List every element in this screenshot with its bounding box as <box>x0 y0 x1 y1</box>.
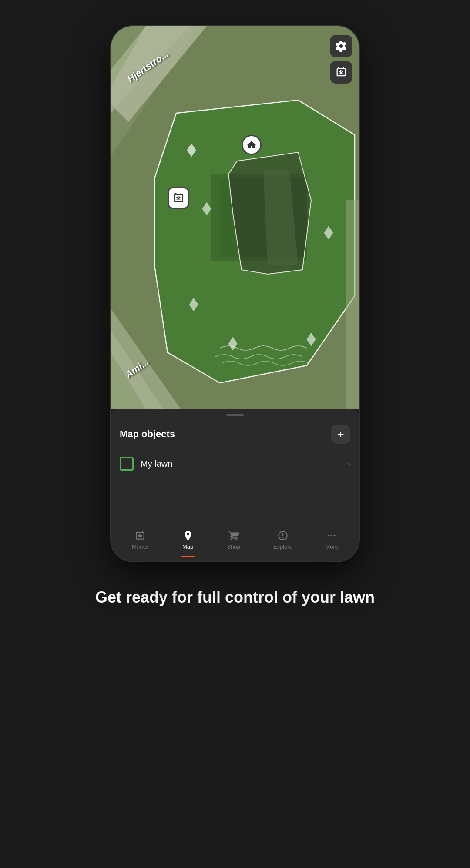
mower-nav-label: Mower <box>132 543 149 550</box>
caption-text: Get ready for full control of your lawn <box>60 587 410 608</box>
nav-explore[interactable]: Explore <box>266 526 299 553</box>
lawn-icon <box>120 457 134 471</box>
nav-map[interactable]: Map <box>175 526 201 553</box>
nav-mower[interactable]: Mower <box>125 526 156 553</box>
map-nav-label: Map <box>182 543 193 550</box>
shop-nav-icon <box>228 530 240 542</box>
sheet-handle <box>226 414 244 416</box>
settings-button[interactable] <box>330 35 352 57</box>
map-view[interactable]: Hjertstro... Ami... <box>111 26 359 409</box>
bottom-sheet: Map objects + My lawn › Mower <box>111 409 359 561</box>
gear-icon <box>335 40 347 52</box>
lawn-name: My lawn <box>141 459 347 469</box>
add-map-object-button[interactable]: + <box>331 425 350 444</box>
lawn-list-item[interactable]: My lawn › <box>111 451 359 477</box>
nav-shop[interactable]: Shop <box>220 526 247 553</box>
sheet-title: Map objects <box>120 429 175 440</box>
svg-marker-20 <box>346 200 359 409</box>
map-controls <box>330 35 352 84</box>
more-nav-label: More <box>325 543 338 550</box>
bottom-navigation: Mower Map Shop <box>111 518 359 561</box>
mower-nav-icon <box>134 530 146 542</box>
robot-icon <box>335 66 347 78</box>
explore-nav-icon <box>277 530 289 542</box>
nav-more[interactable]: More <box>318 526 345 553</box>
plus-icon: + <box>337 429 344 440</box>
explore-nav-label: Explore <box>273 543 292 550</box>
phone-frame: Hjertstro... Ami... <box>111 26 359 561</box>
svg-marker-10 <box>228 152 311 274</box>
map-nav-icon <box>182 530 194 542</box>
mower-map-icon <box>168 187 189 209</box>
home-map-icon <box>242 135 262 155</box>
sheet-header: Map objects + <box>111 419 359 451</box>
more-nav-icon <box>326 530 338 542</box>
chevron-right-icon: › <box>347 459 350 469</box>
robot-button[interactable] <box>330 61 352 84</box>
shop-nav-label: Shop <box>227 543 240 550</box>
